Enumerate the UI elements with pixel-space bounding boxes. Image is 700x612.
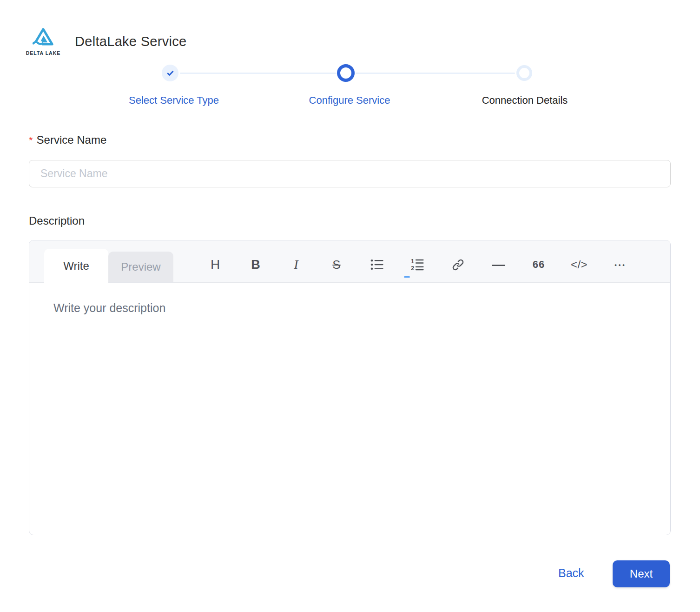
- ordered-list-icon[interactable]: 1 2: [410, 259, 425, 271]
- wizard-stepper: Select Service Type Configure Service Co…: [0, 0, 700, 112]
- step-label-select-service-type: Select Service Type: [129, 94, 219, 106]
- tab-write[interactable]: Write: [44, 249, 108, 283]
- tab-preview[interactable]: Preview: [108, 252, 173, 282]
- description-label-text: Description: [29, 214, 85, 227]
- next-button[interactable]: Next: [613, 560, 670, 587]
- svg-text:2: 2: [411, 265, 414, 271]
- heading-icon[interactable]: H: [208, 257, 223, 272]
- editor-header: Write Preview H B I S: [29, 240, 670, 283]
- link-icon[interactable]: [450, 259, 465, 271]
- svg-text:1: 1: [411, 259, 414, 265]
- step-label-configure-service: Configure Service: [309, 94, 390, 106]
- description-editor: Write Preview H B I S: [29, 240, 671, 535]
- configure-service-page: DELTA LAKE DeltaLake Service Select Serv…: [0, 0, 700, 612]
- editor-body: [29, 283, 670, 535]
- quote-icon[interactable]: 66: [531, 259, 546, 271]
- italic-icon[interactable]: I: [289, 257, 304, 272]
- check-icon: [166, 69, 175, 78]
- service-name-label-text: Service Name: [37, 133, 107, 146]
- step-label-connection-details: Connection Details: [482, 94, 568, 106]
- service-name-input[interactable]: [29, 160, 671, 187]
- horizontal-rule-icon[interactable]: —: [491, 257, 506, 272]
- back-button[interactable]: Back: [558, 566, 584, 580]
- unordered-list-icon[interactable]: [370, 259, 384, 271]
- step-connection-details-indicator: [516, 65, 532, 81]
- step-configure-service-indicator: [337, 64, 355, 82]
- stepper-connector-1: [180, 73, 337, 74]
- description-textarea[interactable]: [29, 283, 670, 535]
- editor-toolbar: H B I S 1 2: [208, 240, 627, 282]
- ordered-list-indicator: [404, 276, 410, 278]
- service-name-label: * Service Name: [29, 133, 106, 146]
- bold-icon[interactable]: B: [248, 258, 263, 272]
- stepper-connector-2: [356, 73, 515, 74]
- strikethrough-icon[interactable]: S: [329, 258, 344, 272]
- step-select-service-type-indicator: [162, 65, 178, 81]
- code-icon[interactable]: </>: [572, 258, 587, 271]
- required-asterisk: *: [29, 133, 33, 146]
- more-icon[interactable]: •••: [612, 261, 627, 268]
- editor-tabs: Write Preview: [44, 240, 173, 282]
- description-label: Description: [29, 214, 85, 227]
